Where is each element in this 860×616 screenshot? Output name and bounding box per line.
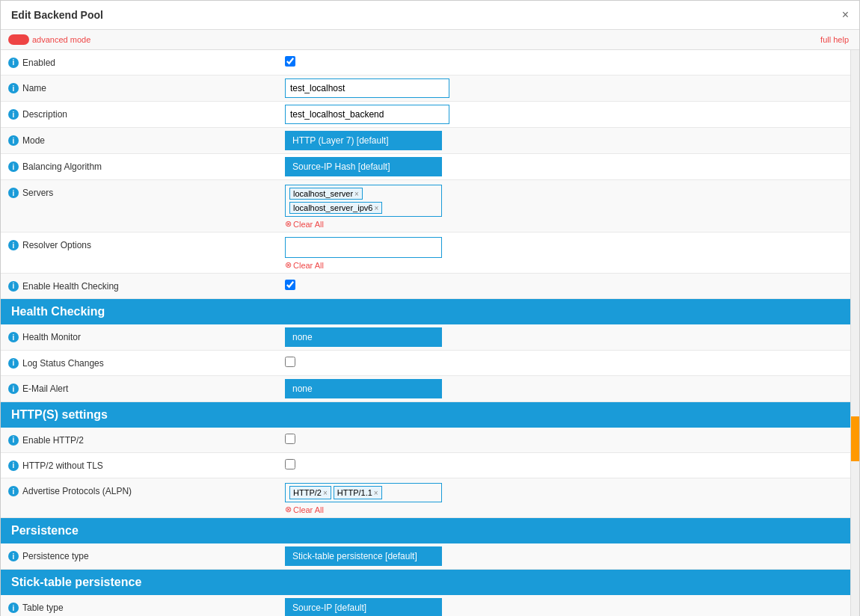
description-label: Description [22,109,67,120]
server-tag-2-label: localhost_server_ipv6 [293,203,372,212]
table-type-row: i Table type Source-IP [default] [1,595,850,616]
enabled-label: Enabled [22,58,55,68]
alpn-clear-icon: ⊗ [285,505,292,514]
content-area: i Enabled i Name i [1,50,850,616]
mode-row: i Mode HTTP (Layer 7) [default] [1,128,850,154]
http2-checkbox[interactable] [285,434,295,444]
enable-health-value [285,280,843,292]
log-status-checkbox[interactable] [285,357,295,367]
scrollbar-thumb[interactable] [851,416,859,461]
servers-info-icon[interactable]: i [8,188,19,198]
health-section-title: Health Checking [11,305,105,318]
http2-row: i Enable HTTP/2 [1,428,850,453]
http2-label-container: i Enable HTTP/2 [8,435,285,446]
alpn-tag-2: HTTP/1.1 × [334,486,382,499]
log-status-row: i Log Status Changes [1,351,850,376]
name-row: i Name [1,76,850,102]
health-monitor-label-container: i Health Monitor [8,332,285,342]
balancing-info-icon[interactable]: i [8,161,19,172]
alpn-label: Advertise Protocols (ALPN) [22,486,132,496]
table-type-select[interactable]: Source-IP [default] [285,598,442,616]
http-section-title: HTTP(S) settings [11,408,108,421]
advanced-mode-label: advanced mode [32,35,90,44]
resolver-label: Resolver Options [22,240,91,250]
table-type-info-icon[interactable]: i [8,603,19,613]
mode-info-icon[interactable]: i [8,135,19,146]
toolbar: advanced mode full help [1,30,859,50]
http2-info-icon[interactable]: i [8,435,19,446]
email-alert-info-icon[interactable]: i [8,384,19,394]
scrollbar[interactable] [850,50,859,616]
server-tag-1-remove[interactable]: × [354,190,359,198]
log-status-label-container: i Log Status Changes [8,358,285,369]
advanced-mode-toggle-icon [8,34,29,45]
name-info-icon[interactable]: i [8,83,19,93]
persistence-type-label-container: i Persistence type [8,551,285,561]
mode-select[interactable]: HTTP (Layer 7) [default] [285,131,442,150]
description-info-icon[interactable]: i [8,109,19,120]
servers-label: Servers [22,188,53,198]
alpn-clear-label: Clear All [293,505,324,514]
http2-notls-info-icon[interactable]: i [8,461,19,471]
http2-notls-row: i HTTP/2 without TLS [1,453,850,478]
table-type-label-container: i Table type [8,603,285,613]
health-monitor-select[interactable]: none [285,327,442,347]
enable-health-row: i Enable Health Checking [1,274,850,299]
enabled-value [285,56,843,69]
resolver-label-container: i Resolver Options [8,237,285,250]
resolver-tags-container[interactable] [285,237,442,258]
balancing-value: Source-IP Hash [default] [285,157,843,176]
server-tag-2-remove[interactable]: × [374,204,378,212]
name-input[interactable] [285,78,449,98]
log-status-info-icon[interactable]: i [8,358,19,369]
http2-notls-label: HTTP/2 without TLS [22,461,103,471]
enabled-row: i Enabled [1,50,850,76]
servers-clear-all[interactable]: ⊗ Clear All [285,219,843,229]
alpn-tag-2-remove[interactable]: × [374,489,378,497]
alpn-info-icon[interactable]: i [8,486,19,496]
balancing-select[interactable]: Source-IP Hash [default] [285,157,442,176]
alpn-tags-container: HTTP/2 × HTTP/1.1 × [285,483,442,502]
health-monitor-label: Health Monitor [22,332,81,342]
health-monitor-info-icon[interactable]: i [8,332,19,342]
close-button[interactable]: × [842,8,849,22]
alpn-clear-all[interactable]: ⊗ Clear All [285,505,843,514]
health-monitor-row: i Health Monitor none [1,324,850,351]
servers-tags-container: localhost_server × localhost_server_ipv6… [285,185,442,217]
resolver-clear-icon: ⊗ [285,260,292,270]
http2-value [285,434,843,446]
enabled-checkbox[interactable] [285,56,295,67]
log-status-value [285,357,843,369]
enable-health-label-container: i Enable Health Checking [8,281,285,292]
server-tag-1: localhost_server × [289,188,363,200]
alpn-label-container: i Advertise Protocols (ALPN) [8,483,285,496]
persistence-type-info-icon[interactable]: i [8,551,19,561]
alpn-tag-1-remove[interactable]: × [323,489,328,497]
edit-backend-pool-modal: Edit Backend Pool × advanced mode full h… [0,0,860,616]
full-help-toggle[interactable]: full help [820,35,852,44]
health-monitor-value: none [285,327,843,347]
persistence-section-title: Persistence [11,524,79,537]
alpn-tag-1-label: HTTP/2 [293,488,322,497]
table-type-value: Source-IP [default] [285,598,843,616]
resolver-clear-all[interactable]: ⊗ Clear All [285,260,843,270]
http2-notls-checkbox[interactable] [285,459,295,469]
enable-health-info-icon[interactable]: i [8,281,19,292]
description-value [285,105,843,124]
alpn-value: HTTP/2 × HTTP/1.1 × ⊗ Clear All [285,483,843,514]
full-help-label: full help [820,35,849,44]
mode-value: HTTP (Layer 7) [default] [285,131,843,150]
email-alert-select[interactable]: none [285,379,442,398]
balancing-label-container: i Balancing Algorithm [8,161,285,172]
health-section-header: Health Checking [1,299,850,324]
enabled-info-icon[interactable]: i [8,58,19,68]
description-input[interactable] [285,105,449,124]
persistence-type-value: Stick-table persistence [default] [285,546,843,566]
enable-health-checkbox[interactable] [285,280,295,290]
persistence-type-select[interactable]: Stick-table persistence [default] [285,546,442,566]
resolver-info-icon[interactable]: i [8,240,19,250]
advanced-mode-toggle[interactable]: advanced mode [8,34,90,45]
resolver-clear-label: Clear All [293,261,324,270]
alpn-tag-2-label: HTTP/1.1 [337,488,372,497]
http-section-header: HTTP(S) settings [1,402,850,428]
